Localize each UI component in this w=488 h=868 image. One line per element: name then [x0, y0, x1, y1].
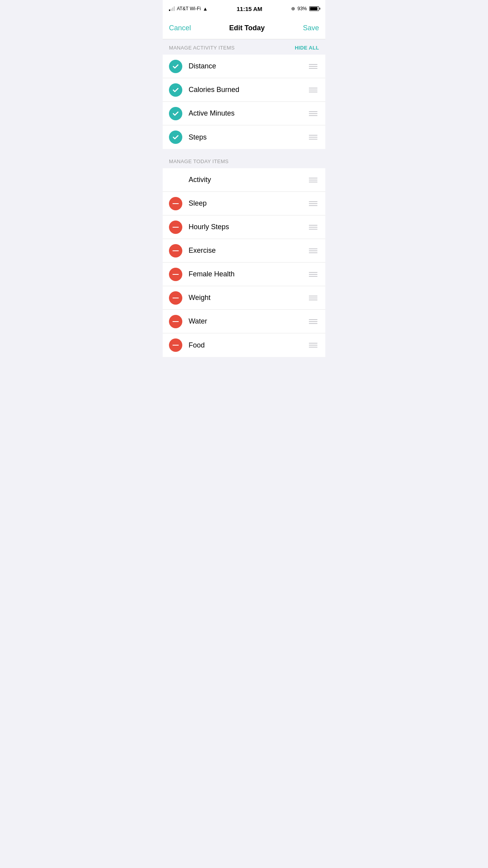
activity-items-list: Distance Calories Burned Active Minutes [163, 55, 325, 149]
hide-all-button[interactable]: HIDE ALL [295, 45, 319, 51]
manage-activity-title: MANAGE ACTIVITY ITEMS [169, 45, 235, 51]
today-item-label: Activity [189, 176, 307, 184]
drag-handle-icon[interactable] [307, 108, 319, 119]
no-icon-spacer [169, 173, 182, 187]
page-title: Edit Today [229, 24, 265, 32]
today-items-list: Activity Sleep Hourly Steps [163, 168, 325, 357]
manage-today-title: MANAGE TODAY ITEMS [169, 158, 229, 164]
drag-handle-icon[interactable] [307, 132, 319, 143]
list-item: Exercise [163, 239, 325, 263]
wifi-icon: ▲ [203, 6, 208, 12]
list-item: Weight [163, 286, 325, 310]
activity-item-label: Calories Burned [189, 86, 307, 94]
drag-handle-icon[interactable] [307, 292, 319, 303]
status-left: AT&T Wi-Fi ▲ [169, 6, 208, 12]
status-bar: AT&T Wi-Fi ▲ 11:15 AM ⊕ 93% [163, 0, 325, 17]
drag-handle-icon[interactable] [307, 175, 319, 186]
list-item: Calories Burned [163, 78, 325, 102]
today-item-label: Exercise [189, 246, 307, 255]
list-item: Distance [163, 55, 325, 78]
signal-bars-icon [169, 6, 175, 11]
list-item: Steps [163, 125, 325, 149]
list-item: Activity [163, 168, 325, 192]
location-icon: ⊕ [291, 6, 295, 11]
minus-icon[interactable] [169, 315, 182, 328]
svg-rect-2 [172, 250, 179, 251]
list-item: Active Minutes [163, 102, 325, 125]
minus-icon[interactable] [169, 197, 182, 210]
cancel-button[interactable]: Cancel [169, 24, 191, 32]
drag-handle-icon[interactable] [307, 61, 319, 72]
svg-rect-5 [172, 321, 179, 322]
today-item-label: Sleep [189, 199, 307, 208]
check-icon[interactable] [169, 131, 182, 144]
today-item-label: Hourly Steps [189, 223, 307, 231]
drag-handle-icon[interactable] [307, 222, 319, 233]
minus-icon[interactable] [169, 244, 182, 257]
activity-item-label: Active Minutes [189, 109, 307, 118]
drag-handle-icon[interactable] [307, 316, 319, 327]
carrier-text: AT&T Wi-Fi [177, 6, 201, 11]
activity-item-label: Distance [189, 62, 307, 70]
svg-rect-3 [172, 274, 179, 275]
nav-bar: Cancel Edit Today Save [163, 17, 325, 39]
activity-item-label: Steps [189, 133, 307, 142]
list-item: Sleep [163, 192, 325, 215]
svg-rect-6 [172, 345, 179, 346]
drag-handle-icon[interactable] [307, 245, 319, 256]
manage-activity-section-header: MANAGE ACTIVITY ITEMS HIDE ALL [163, 39, 325, 55]
drag-handle-icon[interactable] [307, 269, 319, 280]
list-item: Hourly Steps [163, 215, 325, 239]
battery-percentage: 93% [297, 6, 307, 11]
drag-handle-icon[interactable] [307, 340, 319, 351]
minus-icon[interactable] [169, 291, 182, 305]
today-item-label: Food [189, 341, 307, 349]
check-icon[interactable] [169, 83, 182, 97]
list-item: Female Health [163, 263, 325, 286]
battery-icon [309, 6, 319, 11]
manage-today-section-header: MANAGE TODAY ITEMS [163, 153, 325, 168]
drag-handle-icon[interactable] [307, 85, 319, 96]
save-button[interactable]: Save [303, 24, 319, 32]
check-icon[interactable] [169, 60, 182, 73]
list-item: Food [163, 333, 325, 357]
today-item-label: Weight [189, 294, 307, 302]
svg-rect-1 [172, 227, 179, 228]
status-time: 11:15 AM [237, 6, 262, 12]
list-item: Water [163, 310, 325, 333]
drag-handle-icon[interactable] [307, 198, 319, 209]
today-item-label: Water [189, 317, 307, 326]
minus-icon[interactable] [169, 338, 182, 352]
today-item-label: Female Health [189, 270, 307, 278]
minus-icon[interactable] [169, 221, 182, 234]
section-spacer [163, 149, 325, 153]
svg-rect-4 [172, 298, 179, 298]
minus-icon[interactable] [169, 268, 182, 281]
check-icon[interactable] [169, 107, 182, 120]
status-right: ⊕ 93% [291, 6, 319, 11]
svg-rect-0 [172, 203, 179, 204]
bottom-spacer [163, 357, 325, 365]
